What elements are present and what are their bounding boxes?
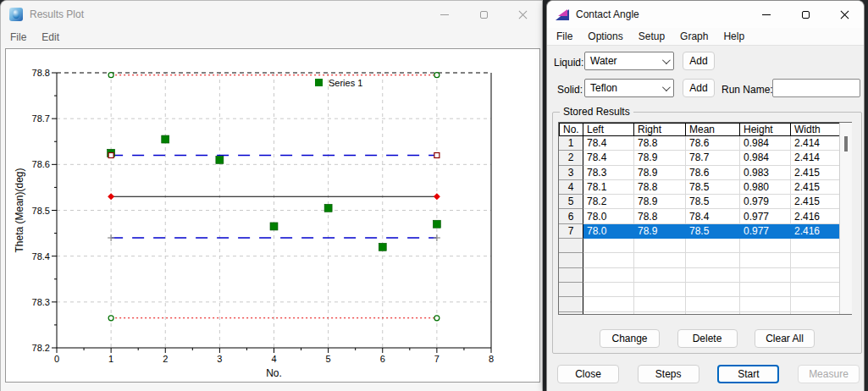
table-cell[interactable] [686,283,740,297]
table-cell[interactable]: 78.8 [634,209,686,223]
table-cell[interactable]: 0.977 [740,224,791,239]
menu-item-options[interactable]: Options [580,28,630,45]
minimize-button[interactable] [747,1,786,28]
table-cell[interactable] [686,312,740,315]
table-cell[interactable]: 2.416 [791,209,840,223]
liquid-select[interactable]: Water [584,52,674,70]
table-row[interactable]: 778.078.978.50.9772.416 [559,224,852,239]
row-header-cell[interactable] [559,239,583,253]
table-cell[interactable] [791,253,840,267]
table-cell[interactable] [740,239,791,253]
row-header-cell[interactable] [559,312,583,315]
table-row[interactable]: 178.478.878.60.9842.414 [559,136,852,151]
table-cell[interactable] [686,268,740,283]
table-cell[interactable]: 0.977 [740,209,791,223]
table-cell[interactable]: 78.5 [686,195,740,209]
table-cell[interactable]: 78.4 [583,151,634,165]
table-row[interactable]: 278.478.978.70.9842.414 [559,151,852,165]
table-vertical-scrollbar[interactable] [839,123,852,314]
table-cell[interactable]: 78.9 [634,166,686,180]
close-button[interactable]: Close [557,365,619,383]
row-header-cell[interactable] [559,268,583,283]
row-header-cell[interactable]: 2 [559,151,583,165]
table-cell[interactable]: 78.6 [686,136,740,151]
table-cell[interactable] [583,312,634,315]
add-liquid-button[interactable]: Add [683,52,715,70]
table-cell[interactable] [634,297,686,311]
maximize-button[interactable] [464,1,503,28]
clear-all-button[interactable]: Clear All [755,329,815,348]
table-cell[interactable] [791,239,840,253]
table-cell[interactable]: 2.415 [791,195,840,209]
table-row[interactable]: 378.378.978.60.9832.415 [559,166,852,180]
table-cell[interactable]: 0.980 [740,180,791,195]
row-header-cell[interactable]: 5 [559,195,583,209]
table-cell[interactable] [583,239,634,253]
table-cell[interactable] [740,253,791,267]
table-row[interactable] [559,253,852,267]
table-cell[interactable]: 78.1 [583,180,634,195]
row-header-cell[interactable] [559,283,583,297]
row-header-cell[interactable]: 6 [559,209,583,223]
table-cell[interactable] [740,268,791,283]
contact-angle-titlebar[interactable]: Contact Angle [547,1,864,28]
table-cell[interactable]: 78.0 [583,224,634,239]
add-solid-button[interactable]: Add [683,79,715,97]
table-row[interactable]: 578.278.978.50.9792.415 [559,195,852,209]
scrollbar-thumb[interactable] [844,136,848,151]
steps-button[interactable]: Steps [638,365,699,383]
table-cell[interactable] [740,297,791,311]
row-header-cell[interactable] [559,297,583,311]
table-cell[interactable] [686,297,740,311]
table-row[interactable] [559,268,852,283]
table-row[interactable]: 678.078.878.40.9772.416 [559,209,852,223]
table-cell[interactable]: 2.415 [791,166,840,180]
table-cell[interactable] [634,268,686,283]
table-cell[interactable]: 2.414 [791,151,840,165]
table-cell[interactable]: 78.8 [634,180,686,195]
table-cell[interactable] [791,312,840,315]
table-cell[interactable] [634,312,686,315]
minimize-button[interactable] [425,1,464,28]
row-header-cell[interactable] [559,253,583,267]
table-cell[interactable] [634,239,686,253]
table-cell[interactable] [791,283,840,297]
menu-item-edit[interactable]: Edit [34,29,67,46]
table-cell[interactable]: 78.9 [634,195,686,209]
table-cell[interactable] [791,268,840,283]
row-header-cell[interactable]: 7 [559,224,583,239]
table-cell[interactable]: 0.984 [740,136,791,151]
measure-button[interactable]: Measure [798,365,860,383]
table-cell[interactable]: 78.8 [634,136,686,151]
table-cell[interactable]: 78.4 [686,209,740,223]
table-cell[interactable]: 2.414 [791,136,840,151]
table-row[interactable]: 478.178.878.50.9802.415 [559,180,852,195]
table-cell[interactable] [583,297,634,311]
table-cell[interactable]: 78.7 [686,151,740,165]
row-header-cell[interactable]: 1 [559,136,583,151]
menu-item-graph[interactable]: Graph [672,28,716,45]
close-button[interactable] [825,1,864,28]
maximize-button[interactable] [786,1,825,28]
table-cell[interactable] [686,253,740,267]
start-button[interactable]: Start [717,365,779,383]
table-row[interactable] [559,297,852,311]
table-cell[interactable]: 0.979 [740,195,791,209]
table-cell[interactable]: 78.5 [686,224,740,239]
table-cell[interactable]: 78.2 [583,195,634,209]
table-row[interactable] [559,239,852,253]
table-cell[interactable]: 78.5 [686,180,740,195]
menu-item-setup[interactable]: Setup [631,28,672,45]
table-cell[interactable]: 78.3 [583,166,634,180]
table-cell[interactable]: 78.4 [583,136,634,151]
table-row[interactable] [559,312,852,315]
change-button[interactable]: Change [600,329,660,348]
table-cell[interactable] [740,312,791,315]
table-cell[interactable]: 2.416 [791,224,840,239]
table-cell[interactable]: 78.9 [634,151,686,165]
table-cell[interactable]: 78.6 [686,166,740,180]
table-cell[interactable]: 78.9 [634,224,686,239]
table-cell[interactable] [634,283,686,297]
table-cell[interactable]: 78.0 [583,209,634,223]
table-cell[interactable] [583,268,634,283]
